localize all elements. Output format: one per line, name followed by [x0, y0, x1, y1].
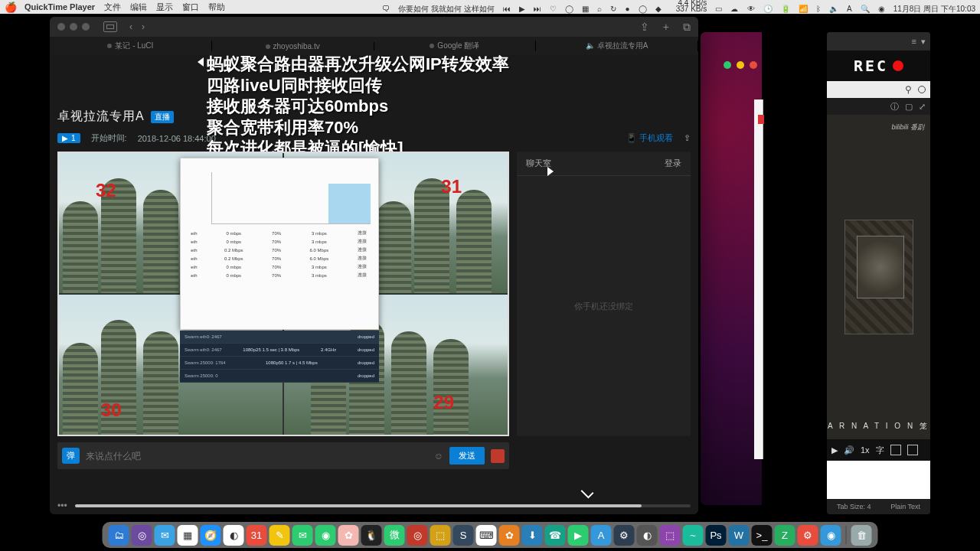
battery-icon[interactable]: 🔋: [781, 5, 790, 13]
expand-icon[interactable]: ⤢: [919, 102, 926, 112]
input-icon[interactable]: A: [847, 5, 852, 13]
gift-icon[interactable]: [491, 449, 505, 463]
dock-app-21[interactable]: A: [591, 525, 612, 546]
wifi-icon[interactable]: 📶: [799, 5, 808, 13]
watch-on-phone[interactable]: 📱 手机观看: [626, 132, 673, 144]
terminal-window[interactable]: [701, 32, 762, 505]
eye-icon[interactable]: 👁: [747, 5, 755, 13]
right-player-window[interactable]: ≡ ▾ REC ⚲ ⓘ ▢ ⤢ bilibili 番剧 A R N A T I …: [827, 32, 930, 514]
dock-app-0[interactable]: 🗂: [109, 525, 129, 546]
max-icon[interactable]: [737, 61, 744, 69]
dock-app-6[interactable]: 31: [247, 525, 267, 546]
menu-edit[interactable]: 编辑: [130, 2, 147, 13]
nav-back[interactable]: ‹: [129, 21, 132, 32]
dock-app-30[interactable]: ⚙: [798, 525, 818, 546]
menu-window[interactable]: 窗口: [182, 2, 199, 13]
dock-app-10[interactable]: ✿: [338, 525, 359, 546]
tab-luci[interactable]: 某记 - LuCI: [50, 41, 212, 51]
speed-label[interactable]: 1x: [861, 445, 870, 455]
tab-zhuoshi[interactable]: zhoyoshiba.tv: [212, 42, 374, 51]
clock-icon[interactable]: 🕒: [763, 5, 773, 13]
dot-icon[interactable]: ●: [625, 5, 629, 13]
dock-app-15[interactable]: S: [453, 525, 474, 546]
diamond-icon[interactable]: ◆: [655, 5, 662, 13]
dock-app-28[interactable]: >_: [752, 525, 773, 546]
dock-app-25[interactable]: ~: [683, 525, 704, 546]
info-icon[interactable]: [918, 86, 926, 93]
menu-file[interactable]: 文件: [104, 2, 121, 13]
quicktime-window[interactable]: ‹ › ⇪ + ⧉ 某记 - LuCI zhoyoshiba.tv Google…: [50, 17, 698, 514]
dock-app-13[interactable]: ◎: [407, 525, 428, 546]
fullscreen-icon[interactable]: [907, 445, 918, 455]
grid-icon[interactable]: ▦: [582, 5, 589, 13]
throughput-graph[interactable]: eth0 mbps70%3 mbps连接 eth0 mbps70%3 mbps连…: [180, 158, 379, 330]
display-icon[interactable]: ▭: [715, 5, 722, 13]
scrubber[interactable]: [75, 504, 691, 507]
menubar-app-name[interactable]: QuickTime Player: [24, 2, 95, 11]
sidebar-icon[interactable]: [103, 21, 117, 32]
dock-app-23[interactable]: ◐: [637, 525, 658, 546]
heart-icon[interactable]: ♡: [550, 5, 557, 13]
play-icon[interactable]: ▶: [831, 445, 838, 455]
trash-icon[interactable]: 🗑: [851, 525, 872, 546]
min-icon[interactable]: [724, 61, 731, 69]
dock-app-3[interactable]: ▦: [178, 525, 198, 546]
add-tab-icon[interactable]: +: [663, 21, 669, 34]
tab-size[interactable]: Tab Size: 4: [837, 503, 871, 510]
volume-icon[interactable]: 🔈: [829, 5, 838, 13]
grid-icon[interactable]: [890, 445, 901, 455]
dock-app-11[interactable]: 🐧: [361, 525, 382, 546]
media-next-icon[interactable]: ⏭: [534, 5, 541, 13]
dock-app-24[interactable]: ⬚: [660, 525, 681, 546]
dock-app-17[interactable]: ✿: [499, 525, 520, 546]
nav-forward[interactable]: ›: [142, 21, 145, 32]
menu-help[interactable]: 帮助: [208, 2, 225, 13]
close-icon[interactable]: [57, 23, 65, 31]
dock-app-12[interactable]: 微: [384, 525, 405, 546]
dock-app-9[interactable]: ◉: [315, 525, 336, 546]
syntax-mode[interactable]: Plain Text: [890, 503, 920, 510]
tab-google-translate[interactable]: Google 翻译: [374, 41, 537, 51]
apple-icon[interactable]: 🍎: [5, 2, 17, 13]
cloud-icon[interactable]: ☁: [730, 5, 738, 13]
address-bar[interactable]: ⚲: [827, 81, 930, 98]
dock-app-22[interactable]: ⚙: [614, 525, 635, 546]
danmu-input[interactable]: [86, 451, 428, 461]
dock-app-5[interactable]: ◐: [224, 525, 244, 546]
dock-app-18[interactable]: ⬇: [522, 525, 543, 546]
dock-app-8[interactable]: ✉: [292, 525, 313, 546]
dock-app-20[interactable]: ▶: [568, 525, 589, 546]
send-button[interactable]: 发送: [449, 447, 485, 465]
quad-video-player[interactable]: 32 31 30: [57, 152, 509, 436]
volume-icon[interactable]: 🔊: [844, 445, 854, 455]
ring-icon[interactable]: ◯: [639, 5, 647, 13]
stream-status-table[interactable]: Swarm eth0: 2467dropped Swarm eth0: 2467…: [180, 331, 379, 383]
wechat-icon[interactable]: 🗨: [382, 5, 390, 13]
dock-app-26[interactable]: Ps: [706, 525, 727, 546]
login-link[interactable]: 登录: [665, 158, 681, 169]
editor-blank[interactable]: [827, 461, 930, 499]
dock-app-29[interactable]: Z: [775, 525, 795, 546]
media-prev-icon[interactable]: ⏮: [503, 5, 511, 13]
dock-app-4[interactable]: 🧭: [201, 525, 221, 546]
dock-app-2[interactable]: ✉: [155, 525, 175, 546]
search-icon[interactable]: ⌕: [597, 5, 602, 13]
tab-stream-a[interactable]: 🔈 卓视拉流专用A: [536, 41, 698, 51]
share-icon[interactable]: ⇪: [640, 21, 649, 34]
scroll-thumb[interactable]: [758, 115, 764, 124]
dock-app-16[interactable]: ⌨: [476, 525, 497, 546]
subtitle-icon[interactable]: 字: [876, 445, 884, 456]
media-play-icon[interactable]: ▶: [519, 5, 525, 13]
share-icon[interactable]: ⇪: [684, 133, 691, 143]
dock-app-31[interactable]: ◉: [821, 525, 841, 546]
dock-app-7[interactable]: ✎: [270, 525, 290, 546]
square-icon[interactable]: ▢: [905, 102, 913, 112]
siri-icon[interactable]: ◉: [878, 5, 885, 13]
maximize-icon[interactable]: [82, 23, 90, 31]
chevron-down-icon[interactable]: ▾: [921, 37, 926, 47]
window-titlebar[interactable]: ‹ › ⇪ + ⧉: [50, 17, 698, 37]
loop-icon[interactable]: ↻: [610, 5, 616, 13]
dock-app-14[interactable]: ⬚: [430, 525, 451, 546]
close-icon[interactable]: [750, 61, 757, 69]
emoji-icon[interactable]: ☺: [434, 451, 443, 461]
